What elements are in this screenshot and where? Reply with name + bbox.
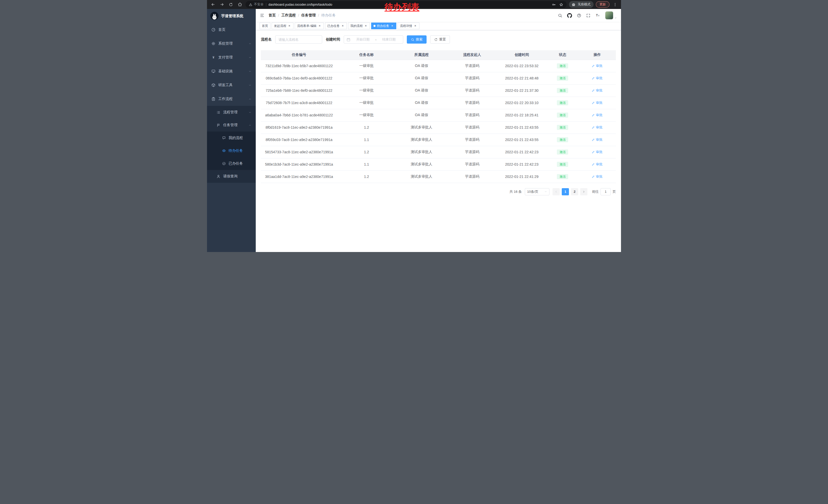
tab[interactable]: 流程表单-编辑 ×	[295, 22, 324, 29]
cell-create-time: 2022-01-22 21:37:30	[497, 84, 547, 97]
bookmark-star-icon[interactable]	[559, 3, 563, 7]
reset-button[interactable]: 重置	[430, 35, 450, 44]
sidebar-item-home[interactable]: 首页	[207, 23, 256, 37]
date-range-picker[interactable]: 开始日期 - 结束日期	[344, 35, 403, 44]
tab-close-icon[interactable]: ×	[364, 24, 368, 28]
clipboard-icon	[211, 97, 215, 101]
sidebar-item-label: 支付管理	[218, 55, 233, 60]
approve-link[interactable]: 审批	[592, 137, 603, 142]
avatar	[605, 11, 613, 19]
browser-update-button[interactable]: 更新	[596, 1, 610, 8]
approve-link[interactable]: 审批	[592, 150, 603, 154]
approve-link[interactable]: 审批	[592, 76, 603, 81]
goto-page-input[interactable]	[601, 188, 611, 195]
security-chip[interactable]: 不安全	[249, 2, 264, 7]
sidebar-item-infra[interactable]: 基础设施	[207, 64, 256, 78]
github-button[interactable]	[567, 13, 572, 18]
fullscreen-button[interactable]	[586, 13, 590, 18]
browser-forward-button[interactable]	[218, 1, 225, 8]
page-size-select[interactable]: 10条/页	[525, 188, 549, 195]
sidebar-item-devtools[interactable]: 研发工具	[207, 78, 256, 92]
cell-initiator: 芋道源码	[447, 121, 497, 134]
edit-pencil-icon	[592, 89, 595, 92]
cell-task-name: 一级审批	[337, 60, 396, 72]
sidebar-item-leave-query[interactable]: 请假查询	[207, 170, 256, 183]
table-row: 725a1eb6-7b88-11ec-8ef0-acde48001122 一级审…	[261, 84, 616, 97]
browser-home-button[interactable]	[237, 1, 243, 8]
browser-reload-button[interactable]	[227, 1, 234, 8]
sidebar-item-todo-tasks[interactable]: 待办任务	[207, 144, 256, 157]
tab[interactable]: 流程详情 ×	[398, 22, 419, 29]
approve-link[interactable]: 审批	[592, 174, 603, 179]
cell-task-id: 75d72608-7b7f-11ec-a3c8-acde48001122	[261, 97, 337, 109]
chevron-down-icon	[249, 84, 251, 87]
approve-link[interactable]: 审批	[592, 88, 603, 93]
process-name-input[interactable]	[275, 35, 322, 44]
sidebar-toggle-button[interactable]	[260, 13, 264, 18]
browser-menu-button[interactable]	[612, 1, 618, 8]
browser-back-button[interactable]	[210, 1, 216, 8]
tab[interactable]: 我的流程 ×	[348, 22, 370, 29]
tab-close-icon[interactable]: ×	[413, 24, 417, 28]
approve-link[interactable]: 审批	[592, 100, 603, 105]
cell-status: 激活	[547, 72, 579, 84]
col-actions: 操作	[579, 50, 616, 60]
edit-pencil-icon	[592, 113, 595, 117]
sidebar-item-task-mgmt[interactable]: 任务管理	[207, 119, 256, 132]
flag-icon	[216, 123, 220, 127]
approve-link[interactable]: 审批	[592, 125, 603, 130]
tab-close-icon[interactable]: ×	[341, 24, 344, 28]
sidebar-item-payment[interactable]: ¥ 支付管理	[207, 50, 256, 64]
help-button[interactable]	[577, 13, 581, 18]
tab[interactable]: 首页 ×	[259, 22, 271, 29]
sidebar-item-label: 请假查询	[223, 174, 238, 179]
sidebar-item-label: 我的流程	[229, 136, 243, 140]
table-row: 8f059c03-7ac8-11ec-a9e2-a2380e71991a 1.1…	[261, 134, 616, 146]
search-button[interactable]: 搜索	[407, 35, 426, 44]
next-page-button[interactable]	[580, 188, 587, 195]
tab[interactable]: 发起流程 ×	[272, 22, 293, 29]
breadcrumb-home[interactable]: 首页	[268, 13, 276, 18]
process-name-label: 流程名	[261, 37, 272, 42]
tab-close-icon[interactable]: ×	[318, 24, 321, 28]
yen-icon: ¥	[211, 55, 215, 59]
pagination-total: 共 16 条	[509, 189, 522, 194]
sidebar-item-workflow[interactable]: 工作流程	[207, 92, 256, 106]
sidebar-item-system[interactable]: 系统管理	[207, 37, 256, 50]
tab-close-icon[interactable]: ×	[390, 24, 394, 28]
tab-close-icon[interactable]: ×	[288, 24, 291, 28]
navbar-actions: TT	[558, 11, 617, 19]
tab[interactable]: 已办任务 ×	[325, 22, 347, 29]
user-menu[interactable]	[605, 11, 617, 19]
sidebar-item-done-tasks[interactable]: 已办任务	[207, 157, 256, 170]
page-button-2[interactable]: 2	[571, 188, 578, 195]
cell-actions: 审批	[579, 97, 616, 109]
approve-link[interactable]: 审批	[592, 162, 603, 167]
page-button-1[interactable]: 1	[562, 188, 569, 195]
cell-task-id: 580e1b3d-7ac8-11ec-a9e2-a2380e71991a	[261, 158, 337, 171]
incognito-badge[interactable]: 无痕模式	[569, 1, 593, 8]
header-search-button[interactable]	[558, 13, 562, 18]
search-button-label: 搜索	[416, 37, 422, 42]
breadcrumb-workflow[interactable]: 工作流程	[281, 13, 296, 18]
approve-link[interactable]: 审批	[592, 113, 603, 118]
table-row: a6aba0a4-7b6d-11ec-b781-acde48001122 一级审…	[261, 109, 616, 121]
cell-process: 测试多审批人	[396, 134, 447, 146]
prev-page-button[interactable]	[552, 188, 560, 195]
password-key-icon[interactable]	[552, 3, 556, 7]
font-size-button[interactable]: TT	[595, 13, 600, 18]
approve-link[interactable]: 审批	[592, 63, 603, 68]
approve-link-label: 审批	[596, 113, 603, 118]
tab-label: 首页	[262, 24, 268, 28]
breadcrumb-task-mgmt[interactable]: 任务管理	[301, 13, 316, 18]
tab-label: 发起流程	[274, 24, 286, 28]
chevron-down-icon	[249, 56, 251, 59]
sidebar-logo[interactable]: 芋道管理系统	[207, 9, 256, 23]
tab[interactable]: 待办任务 ×	[371, 22, 396, 29]
tab-label: 流程详情	[400, 24, 412, 28]
cell-task-name: 一级审批	[337, 97, 396, 109]
sidebar-item-my-process[interactable]: 我的流程	[207, 132, 256, 144]
status-badge: 激活	[557, 162, 568, 167]
chevron-up-icon	[249, 124, 251, 127]
sidebar-item-process-mgmt[interactable]: 流程管理	[207, 106, 256, 119]
